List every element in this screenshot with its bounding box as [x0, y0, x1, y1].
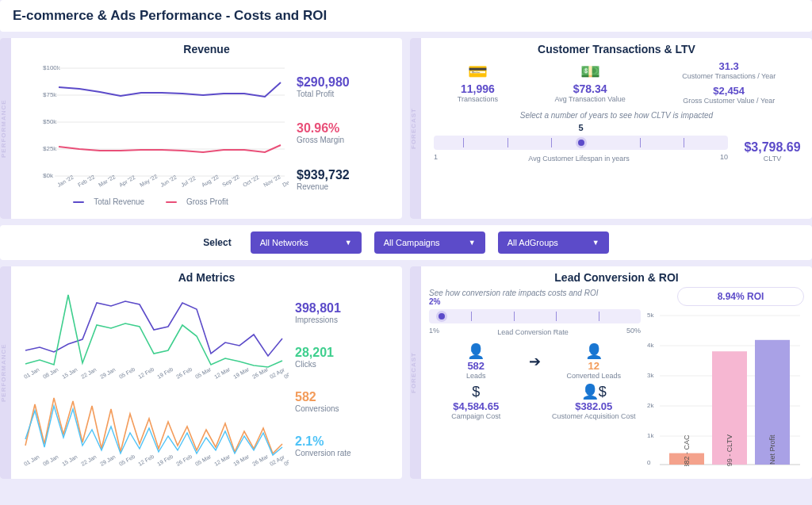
- person-icon: 👤: [429, 342, 523, 360]
- page-header: E-commerce & Ads Performance - Costs and…: [0, 0, 812, 32]
- svg-text:22 Jan: 22 Jan: [80, 453, 98, 467]
- revenue-legend: Total Revenue Gross Profit: [19, 197, 289, 206]
- filter-label: Select: [203, 237, 231, 248]
- svg-text:19 Mar: 19 Mar: [232, 366, 251, 380]
- svg-text:29 Jan: 29 Jan: [99, 453, 117, 467]
- svg-text:05 Mar: 05 Mar: [194, 366, 213, 380]
- svg-text:15 Jan: 15 Jan: [61, 453, 79, 467]
- svg-text:01 Jan: 01 Jan: [23, 453, 40, 467]
- lead-title: Lead Conversion & ROI: [429, 271, 804, 284]
- svg-text:$0k: $0k: [43, 172, 54, 179]
- stat-impressions: 398,801 Impressions: [295, 301, 391, 324]
- lead-current-pct: 2%: [429, 297, 641, 306]
- page-title: E-commerce & Ads Performance - Costs and…: [13, 8, 799, 24]
- card-icon: 💳: [458, 62, 498, 81]
- panel-ltv: FORECAST Customer Transactions & LTV 💳 1…: [410, 38, 812, 219]
- badge-performance: PERFORMANCE: [0, 38, 11, 219]
- svg-text:19 Feb: 19 Feb: [156, 366, 174, 380]
- svg-text:05 Feb: 05 Feb: [118, 366, 136, 380]
- stat-total-profit: $290,980 Total Profit: [297, 75, 389, 98]
- svg-text:12 Mar: 12 Mar: [213, 366, 232, 380]
- stat-atv: 💵 $78.34 Avg Transaction Value: [554, 62, 625, 103]
- svg-text:12 Mar: 12 Mar: [213, 453, 232, 467]
- svg-text:09 Apr: 09 Apr: [283, 453, 289, 467]
- svg-text:1k: 1k: [647, 432, 654, 439]
- svg-text:26 Mar: 26 Mar: [251, 366, 270, 380]
- svg-text:12 Feb: 12 Feb: [137, 453, 155, 467]
- svg-text:3k: 3k: [647, 372, 654, 379]
- chevron-down-icon: ▼: [469, 239, 476, 247]
- svg-text:0: 0: [647, 459, 651, 466]
- chevron-down-icon: ▼: [592, 239, 599, 247]
- svg-text:12 Feb: 12 Feb: [137, 366, 155, 380]
- svg-text:02 Apr: 02 Apr: [269, 366, 286, 380]
- stat-cltv: $3,798.69 CLTV: [741, 140, 804, 163]
- svg-text:02 Apr: 02 Apr: [269, 453, 286, 467]
- person-check-icon: 👤: [547, 342, 642, 360]
- stat-revenue: $939,732 Revenue: [297, 168, 389, 191]
- svg-text:2k: 2k: [647, 402, 654, 409]
- badge-forecast: FORECAST: [410, 38, 421, 219]
- money-icon: 💵: [554, 62, 625, 81]
- svg-text:19 Mar: 19 Mar: [232, 453, 251, 467]
- revenue-title: Revenue: [19, 43, 394, 55]
- admetrics-title: Ad Metrics: [19, 271, 394, 284]
- dropdown-adgroups[interactable]: All AdGroups▼: [498, 231, 609, 254]
- stat-converted: 👤 12 Converted Leads: [547, 342, 642, 380]
- panel-revenue: PERFORMANCE Revenue $100k $75k $50k $25k…: [0, 38, 402, 219]
- chevron-down-icon: ▼: [345, 239, 352, 247]
- svg-text:29 Jan: 29 Jan: [99, 366, 117, 380]
- svg-text:08 Jan: 08 Jan: [42, 453, 59, 467]
- svg-text:$3,799 - CLTV: $3,799 - CLTV: [726, 434, 733, 466]
- person-dollar-icon: 👤$: [547, 383, 642, 400]
- panel-admetrics: PERFORMANCE Ad Metrics 01 Jan 08 Jan 15 …: [0, 266, 402, 479]
- badge-forecast: FORECAST: [410, 266, 421, 479]
- svg-text:22 Jan: 22 Jan: [80, 366, 98, 380]
- stat-leads: 👤 582 Leads: [429, 342, 523, 380]
- svg-text:09 Apr: 09 Apr: [283, 366, 289, 380]
- stat-transactions: 💳 11,996 Transactions: [458, 62, 498, 103]
- svg-text:08 Jan: 08 Jan: [42, 366, 59, 380]
- lead-note: See how conversion rate impacts costs an…: [429, 289, 641, 297]
- admetrics-chart-bottom: 01 Jan 08 Jan 15 Jan 22 Jan 29 Jan 05 Fe…: [19, 382, 289, 469]
- svg-text:$382 - CAC: $382 - CAC: [683, 434, 691, 466]
- svg-text:01 Jan: 01 Jan: [23, 366, 40, 380]
- svg-text:Jul '22: Jul '22: [180, 175, 197, 188]
- arrow-right-icon: ➔: [523, 353, 547, 370]
- ltv-note: Select a number of years to see how CLTV…: [429, 111, 804, 120]
- stat-cty-gcv: 31.3 Customer Transactions / Year $2,454…: [682, 60, 776, 105]
- svg-text:05 Mar: 05 Mar: [194, 453, 213, 467]
- admetrics-chart-top: 01 Jan 08 Jan 15 Jan 22 Jan 29 Jan 05 Fe…: [19, 289, 289, 382]
- svg-text:May '22: May '22: [139, 174, 159, 189]
- conversion-slider[interactable]: [429, 309, 641, 323]
- dropdown-campaigns[interactable]: All Campaigns▼: [374, 231, 485, 254]
- dollar-icon: $: [429, 384, 523, 400]
- stat-convrate: 2.1% Conversion rate: [295, 434, 391, 457]
- roi-bar-chart: 5k 4k 3k 2k 1k 0: [645, 308, 804, 466]
- svg-text:4k: 4k: [647, 342, 654, 349]
- svg-text:26 Feb: 26 Feb: [175, 453, 193, 467]
- svg-text:5k: 5k: [647, 312, 654, 319]
- lifespan-slider[interactable]: [434, 136, 728, 150]
- slider-current: 5: [429, 123, 733, 132]
- stat-clicks: 28,201 Clicks: [295, 346, 391, 369]
- dropdown-networks[interactable]: All Networks▼: [251, 231, 362, 254]
- filter-bar: Select All Networks▼ All Campaigns▼ All …: [0, 225, 812, 260]
- svg-text:26 Mar: 26 Mar: [251, 453, 270, 467]
- badge-performance: PERFORMANCE: [0, 266, 11, 479]
- panel-lead: FORECAST Lead Conversion & ROI See how c…: [410, 266, 812, 479]
- svg-text:19 Feb: 19 Feb: [156, 453, 174, 467]
- stat-campaign-cost: $ $4,584.65 Campaign Cost: [429, 384, 523, 420]
- ltv-title: Customer Transactions & LTV: [429, 43, 804, 55]
- revenue-chart: $100k $75k $50k $25k $0k: [19, 60, 289, 195]
- stat-conversions: 582 Conversions: [295, 390, 391, 413]
- roi-badge: 8.94% ROI: [677, 287, 804, 306]
- stat-gross-margin: 30.96% Gross Margin: [297, 121, 389, 144]
- svg-text:05 Feb: 05 Feb: [118, 453, 136, 467]
- svg-text:15 Jan: 15 Jan: [61, 366, 79, 380]
- stat-cac: 👤$ $382.05 Customer Acquisition Cost: [547, 383, 642, 420]
- svg-text:26 Feb: 26 Feb: [175, 366, 193, 380]
- svg-text:$4,181 - Net Profit: $4,181 - Net Profit: [768, 434, 776, 466]
